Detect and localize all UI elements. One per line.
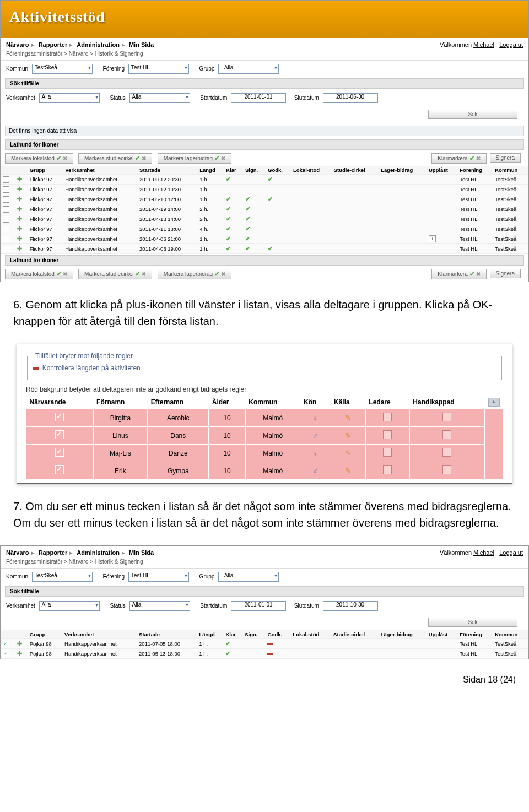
info-icon[interactable]: i — [429, 235, 436, 242]
plus-icon[interactable]: ✚ — [17, 245, 22, 252]
leader-checkbox[interactable] — [383, 465, 392, 474]
plus-icon[interactable]: ✚ — [17, 176, 22, 182]
grupp-select[interactable]: - Alla - — [218, 64, 279, 74]
btn-signera[interactable]: Signera — [490, 153, 521, 163]
attendance-checkbox[interactable] — [55, 465, 64, 474]
btn-markera-studiecirkel[interactable]: Markera studiecirkel ✔✖ — [78, 153, 152, 164]
slutdatum-input-3[interactable]: 2011-10-30 — [323, 601, 378, 611]
pencil-icon[interactable]: ✎ — [345, 414, 351, 422]
checkbox-icon[interactable] — [3, 196, 9, 203]
welcome-user-3[interactable]: Michael — [473, 549, 494, 556]
btn-markera-studiecirkel-2[interactable]: Markera studiecirkel ✔✖ — [78, 269, 152, 279]
forening-select[interactable]: Test HL — [128, 64, 189, 74]
grid-header: Verksamhet — [63, 166, 137, 175]
table-row[interactable]: ✚Flickor 97Handikappverksamhet2011-04-19… — [1, 204, 528, 214]
grid-header: Läger-bidrag — [379, 630, 427, 639]
verksamhet-select[interactable]: Alla — [39, 93, 100, 103]
kommun-select[interactable]: TestSkeå — [32, 64, 93, 74]
section-lathund-1: Lathund för ikoner — [5, 139, 524, 150]
attendance-checkbox[interactable] — [55, 448, 64, 457]
check-icon: ✔ — [226, 235, 231, 242]
status-select[interactable]: Alla — [129, 93, 190, 103]
nav-rapporter[interactable]: Rapporter — [39, 41, 68, 48]
checkbox-icon[interactable] — [3, 641, 9, 647]
handicap-checkbox[interactable] — [442, 413, 451, 421]
btn-markera-lagerbidrag-2[interactable]: Markera lägerbidrag ✔✖ — [158, 269, 231, 279]
table-row[interactable]: ✚Flickor 97Handikappverksamhet2011-05-10… — [1, 194, 528, 204]
pencil-icon[interactable]: ✎ — [345, 431, 351, 440]
status-select-3[interactable]: Alla — [129, 601, 190, 611]
table-row[interactable]: ✚Flickor 97Handikappverksamhet2011-09-12… — [1, 175, 528, 185]
welcome-block: Välkommen Michael! Logga ut — [440, 41, 523, 48]
plus-icon[interactable]: ✚ — [17, 225, 22, 232]
nav-narvaro-3[interactable]: Närvaro — [6, 549, 29, 556]
slutdatum-label: Slutdatum — [294, 95, 319, 101]
checkbox-icon[interactable] — [3, 246, 9, 252]
grid-header: Verksamhet — [62, 630, 137, 639]
grid-header: Grupp — [28, 166, 63, 175]
kommun-select-3[interactable]: TestSkeå — [32, 572, 93, 582]
attendance-checkbox[interactable] — [55, 413, 64, 421]
nav-administration-3[interactable]: Administration — [77, 549, 120, 556]
grid-header: Klar — [223, 630, 242, 639]
checkbox-icon[interactable] — [3, 216, 9, 223]
table-row[interactable]: ✚Flickor 97Handikappverksamhet2011-04-06… — [1, 234, 528, 244]
scroll-up-icon[interactable]: ▲ — [488, 398, 500, 407]
sok-button[interactable]: Sök — [428, 110, 517, 119]
startdatum-input-3[interactable]: 2011-01-01 — [231, 601, 286, 611]
scroll-track[interactable] — [485, 409, 503, 480]
checkbox-icon[interactable] — [3, 176, 9, 183]
verksamhet-select-3[interactable]: Alla — [39, 601, 100, 611]
handicap-checkbox[interactable] — [442, 448, 451, 457]
handicap-checkbox[interactable] — [442, 465, 451, 474]
logout-link-3[interactable]: Logga ut — [499, 549, 523, 556]
table-row[interactable]: ✚Pojkar 98Handikappverksamhet2011-05-13 … — [1, 649, 528, 659]
plus-icon[interactable]: ✚ — [17, 235, 22, 242]
sok-button-3[interactable]: Sök — [428, 618, 517, 627]
plus-icon[interactable]: ✚ — [17, 640, 22, 647]
startdatum-input[interactable]: 2011-01-01 — [231, 93, 286, 103]
attendance-checkbox[interactable] — [55, 430, 64, 439]
section-sok-tillfalle: Sök tillfälle — [5, 78, 524, 89]
nav-rapporter-3[interactable]: Rapporter — [39, 549, 68, 556]
plus-icon[interactable]: ✚ — [17, 650, 22, 657]
plus-icon[interactable]: ✚ — [17, 196, 22, 202]
pencil-icon[interactable]: ✎ — [345, 467, 351, 475]
table-row[interactable]: ✚Flickor 97Handikappverksamhet2011-04-11… — [1, 224, 528, 234]
btn-markera-lokalstod-2[interactable]: Markera lokalstöd ✔✖ — [5, 269, 73, 279]
nav-administration[interactable]: Administration — [77, 41, 120, 48]
plus-icon[interactable]: ✚ — [17, 205, 22, 212]
table-row[interactable]: ✚Flickor 97Handikappverksamhet2011-04-13… — [1, 214, 528, 224]
btn-klarmarkera[interactable]: Klarmarkera ✔✖ — [431, 153, 486, 164]
btn-markera-lagerbidrag[interactable]: Markera lägerbidrag ✔✖ — [158, 153, 231, 164]
welcome-user[interactable]: Michael — [473, 41, 494, 48]
nav-minsida[interactable]: Min Sida — [129, 41, 154, 48]
leader-checkbox[interactable] — [383, 413, 392, 421]
check-icon: ✔ — [245, 245, 250, 252]
table-row[interactable]: ✚Pojkar 98Handikappverksamhet2011-07-05 … — [1, 639, 528, 649]
slutdatum-input[interactable]: 2011-06-30 — [323, 93, 378, 103]
pencil-icon[interactable]: ✎ — [345, 449, 351, 457]
leader-checkbox[interactable] — [383, 430, 392, 439]
grid-1: GruppVerksamhetStartadeLängdKlarSign.God… — [1, 166, 528, 254]
btn-markera-lokalstod[interactable]: Markera lokalstöd ✔✖ — [5, 153, 73, 164]
plus-icon[interactable]: ✚ — [17, 186, 22, 192]
checkbox-icon[interactable] — [3, 206, 9, 213]
nav-narvaro[interactable]: Närvaro — [6, 41, 29, 48]
checkbox-icon[interactable] — [3, 236, 9, 242]
handicap-checkbox[interactable] — [442, 430, 451, 439]
table-row[interactable]: ✚Flickor 97Handikappverksamhet2011-09-12… — [1, 185, 528, 194]
nav-minsida-3[interactable]: Min Sida — [129, 549, 154, 556]
plus-icon[interactable]: ✚ — [17, 215, 22, 222]
table-row[interactable]: ✚Flickor 97Handikappverksamhet2011-04-06… — [1, 244, 528, 254]
btn-signera-2[interactable]: Signera — [490, 269, 521, 278]
checkbox-icon[interactable] — [3, 651, 9, 657]
checkbox-icon[interactable] — [3, 226, 9, 232]
checkbox-icon[interactable] — [3, 186, 9, 193]
grupp-select-3[interactable]: - Alla - — [218, 572, 279, 582]
toolbar-2: Markera lokalstöd ✔✖ Markera studiecirke… — [1, 267, 528, 282]
forening-select-3[interactable]: Test HL — [128, 572, 189, 582]
btn-klarmarkera-2[interactable]: Klarmarkera ✔✖ — [431, 269, 486, 279]
leader-checkbox[interactable] — [383, 448, 392, 457]
logout-link[interactable]: Logga ut — [499, 41, 523, 48]
